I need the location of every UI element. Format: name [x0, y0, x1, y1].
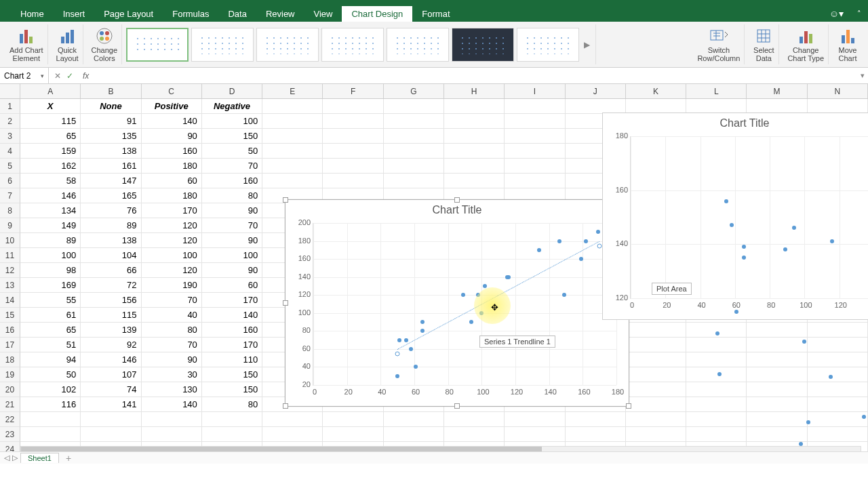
- cell[interactable]: 139: [81, 323, 141, 338]
- cell[interactable]: [444, 174, 505, 188]
- select-all-corner[interactable]: [0, 84, 20, 99]
- row-header-6[interactable]: 6: [0, 174, 20, 188]
- row-header-16[interactable]: 16: [0, 323, 20, 338]
- cell[interactable]: 170: [142, 203, 202, 218]
- cell[interactable]: [142, 427, 202, 442]
- cell[interactable]: [626, 323, 686, 338]
- formula-input[interactable]: [94, 68, 857, 83]
- cell[interactable]: 135: [81, 129, 141, 144]
- cell[interactable]: [747, 427, 807, 442]
- formula-expand-icon[interactable]: ▾: [857, 71, 868, 80]
- cell[interactable]: 80: [202, 188, 262, 203]
- cell[interactable]: 110: [202, 352, 262, 367]
- cell[interactable]: 170: [202, 293, 262, 308]
- cell[interactable]: [444, 427, 505, 442]
- cell[interactable]: [384, 129, 444, 144]
- cell[interactable]: [808, 338, 868, 352]
- select-data-button[interactable]: Select Data: [749, 24, 779, 64]
- cell[interactable]: [747, 412, 807, 427]
- cell[interactable]: [686, 382, 747, 397]
- row-header-20[interactable]: 20: [0, 382, 20, 397]
- row-header-18[interactable]: 18: [0, 352, 20, 367]
- chart-style-7[interactable]: [517, 28, 579, 62]
- chart-style-2[interactable]: [191, 28, 254, 62]
- data-point[interactable]: [420, 329, 425, 333]
- cell[interactable]: [323, 159, 383, 174]
- cell[interactable]: [626, 397, 686, 412]
- data-point[interactable]: [461, 293, 465, 297]
- name-box[interactable]: Chart 2 ▾: [0, 68, 49, 83]
- cell[interactable]: [808, 397, 868, 412]
- cell[interactable]: [626, 352, 686, 367]
- data-point[interactable]: [802, 340, 806, 344]
- tab-chart-design[interactable]: Chart Design: [342, 6, 412, 22]
- cell[interactable]: 100: [20, 248, 81, 263]
- cell[interactable]: 115: [20, 114, 81, 129]
- cell[interactable]: 60: [142, 174, 202, 188]
- cell[interactable]: [323, 144, 383, 159]
- row-headers[interactable]: 1234567891011121314151617181920212223242…: [0, 99, 20, 464]
- cell[interactable]: [323, 114, 383, 129]
- feedback-icon[interactable]: ☺▾: [829, 8, 844, 19]
- col-header-N[interactable]: N: [808, 84, 868, 98]
- cell[interactable]: 74: [81, 382, 141, 397]
- data-point[interactable]: [806, 420, 810, 424]
- cell[interactable]: 120: [142, 233, 202, 248]
- cell[interactable]: [747, 99, 807, 114]
- cell[interactable]: [566, 412, 626, 427]
- add-chart-element-button[interactable]: Add Chart Element: [5, 24, 48, 64]
- cell[interactable]: [323, 412, 383, 427]
- cell[interactable]: 180: [142, 159, 202, 174]
- cell[interactable]: [262, 427, 323, 442]
- cell[interactable]: 61: [20, 308, 81, 323]
- cell[interactable]: 80: [202, 397, 262, 412]
- cell[interactable]: [384, 114, 444, 129]
- row-header-4[interactable]: 4: [0, 144, 20, 159]
- cancel-icon[interactable]: ✕: [54, 71, 61, 81]
- data-point[interactable]: [730, 223, 734, 227]
- data-point[interactable]: [584, 239, 588, 243]
- cell[interactable]: [81, 427, 141, 442]
- row-header-14[interactable]: 14: [0, 293, 20, 308]
- cell[interactable]: [808, 352, 868, 367]
- cell[interactable]: 90: [202, 203, 262, 218]
- cell[interactable]: 30: [142, 367, 202, 382]
- cell[interactable]: 120: [142, 218, 202, 233]
- cell[interactable]: [142, 412, 202, 427]
- cell[interactable]: [566, 427, 626, 442]
- cell[interactable]: 40: [142, 308, 202, 323]
- cell[interactable]: [626, 338, 686, 352]
- cell[interactable]: [262, 174, 323, 188]
- cell[interactable]: [686, 99, 747, 114]
- cell[interactable]: 159: [20, 144, 81, 159]
- cell[interactable]: [747, 382, 807, 397]
- cell[interactable]: 140: [142, 114, 202, 129]
- cell[interactable]: 94: [20, 352, 81, 367]
- cell[interactable]: 120: [142, 263, 202, 278]
- cell[interactable]: 170: [202, 338, 262, 352]
- tab-home[interactable]: Home: [11, 6, 54, 22]
- row-header-15[interactable]: 15: [0, 308, 20, 323]
- cell[interactable]: [384, 174, 444, 188]
- cell[interactable]: [505, 129, 565, 144]
- cell[interactable]: [262, 159, 323, 174]
- cell[interactable]: 161: [81, 159, 141, 174]
- cell[interactable]: 98: [20, 263, 81, 278]
- cell[interactable]: [384, 412, 444, 427]
- cell[interactable]: [808, 323, 868, 338]
- row-header-3[interactable]: 3: [0, 129, 20, 144]
- cell[interactable]: [262, 412, 323, 427]
- cell[interactable]: [626, 412, 686, 427]
- data-point[interactable]: [414, 365, 418, 369]
- cell[interactable]: 100: [142, 248, 202, 263]
- data-point[interactable]: [579, 257, 583, 261]
- row-header-10[interactable]: 10: [0, 233, 20, 248]
- cell[interactable]: 107: [81, 367, 141, 382]
- collapse-ribbon-icon[interactable]: ˄: [857, 9, 861, 18]
- cell[interactable]: 50: [202, 144, 262, 159]
- cell[interactable]: [81, 412, 141, 427]
- cell[interactable]: 92: [81, 338, 141, 352]
- cell[interactable]: 160: [202, 174, 262, 188]
- cell[interactable]: 90: [202, 233, 262, 248]
- cell[interactable]: [444, 114, 505, 129]
